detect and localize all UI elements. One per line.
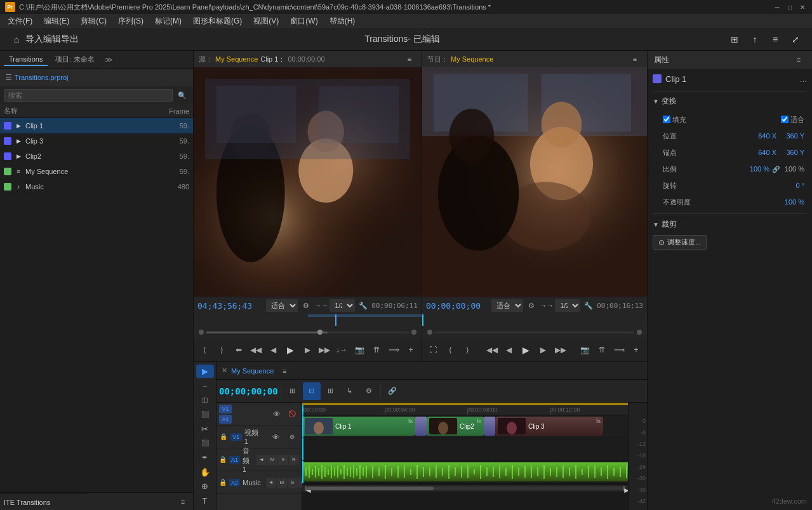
menu-clip[interactable]: 剪辑(C) xyxy=(76,15,112,28)
program-next-frame-icon[interactable]: ▶ xyxy=(535,342,552,358)
clip-block-clip3[interactable]: Clip 3 fx xyxy=(495,417,603,436)
menu-help[interactable]: 帮助(H) xyxy=(324,15,361,28)
hand-tool[interactable]: ✋ xyxy=(196,466,214,479)
timeline-link-icon[interactable]: 🔗 xyxy=(383,382,401,400)
timeline-insert-clip-icon[interactable]: ↳ xyxy=(341,382,359,400)
import-button[interactable]: 导入 xyxy=(25,30,43,48)
source-export-frame-icon[interactable]: 📷 xyxy=(351,342,368,358)
export-button[interactable]: 导出 xyxy=(61,30,79,48)
home-button[interactable]: ⌂ xyxy=(8,30,25,48)
program-wrench-icon[interactable]: 🔧 xyxy=(582,299,596,312)
source-lift-icon[interactable]: ⇈ xyxy=(368,342,385,358)
position-y-value[interactable]: 360 Y xyxy=(779,132,804,140)
a2-mute-btn[interactable]: M xyxy=(277,478,287,488)
tab-unnamed-project[interactable]: 项目: 未命名 xyxy=(50,53,99,66)
source-play-button[interactable]: ▶ xyxy=(282,342,298,358)
fit-checkbox-row[interactable]: 适合 xyxy=(781,115,804,124)
project-item-clip2[interactable]: ▶ Clip2 59. xyxy=(0,149,193,164)
program-mark-out-icon[interactable]: ⟩ xyxy=(459,342,476,358)
source-wrench-icon[interactable]: 🔧 xyxy=(356,299,370,312)
menu-graphics[interactable]: 图形和标题(G) xyxy=(188,15,247,28)
layout-icon[interactable]: ≡ xyxy=(766,30,784,48)
project-item-music[interactable]: ♪ Music 480 xyxy=(0,179,193,194)
program-timecode[interactable]: 00;00;00;00 xyxy=(426,301,481,311)
more-options-icon[interactable]: ≡ xyxy=(176,495,189,508)
panel-expand-icon[interactable]: ≫ xyxy=(105,55,113,64)
menu-sequence[interactable]: 序列(S) xyxy=(113,15,149,28)
source-settings-icon[interactable]: ⚙ xyxy=(299,299,313,312)
source-step-fwd-icon[interactable]: ▶▶ xyxy=(316,342,333,358)
a2-solo-btn[interactable]: S xyxy=(288,478,298,488)
source-timecode[interactable]: 04;43;56;43 xyxy=(197,301,252,311)
program-scale-left-handle[interactable] xyxy=(427,330,432,335)
adjust-speed-button[interactable]: ⊙ 调整速度... xyxy=(653,235,707,250)
program-prev-frame-icon[interactable]: ◀ xyxy=(501,342,517,358)
a2-volume-icon[interactable]: ◄ xyxy=(266,478,276,488)
zoom-tool[interactable]: ⊕ xyxy=(196,480,214,493)
fit-checkbox[interactable] xyxy=(781,116,789,123)
clip-options-menu[interactable]: ... xyxy=(799,74,807,84)
fullscreen-icon[interactable]: ⤢ xyxy=(787,30,804,48)
properties-menu-icon[interactable]: ≡ xyxy=(792,53,806,67)
timeline-add-marker-icon[interactable]: ⊞ xyxy=(284,382,302,400)
v1-lock-icon[interactable]: 🔒 xyxy=(219,433,228,441)
search-input[interactable] xyxy=(4,89,173,102)
scale-value[interactable]: 100 % xyxy=(744,165,769,173)
fill-checkbox[interactable] xyxy=(663,116,670,123)
menu-marker[interactable]: 标记(M) xyxy=(150,15,187,28)
project-item-mysequence[interactable]: ≡ My Sequence 59. xyxy=(0,164,193,179)
source-scale-thumb[interactable] xyxy=(317,330,323,335)
source-prev-frame-icon[interactable]: ◀ xyxy=(265,342,281,358)
a1-mute-btn[interactable]: M xyxy=(267,455,277,465)
program-step-back-icon[interactable]: ◀◀ xyxy=(484,342,500,358)
a1-solo-btn[interactable]: S xyxy=(278,455,288,465)
timeline-linked-icon[interactable]: ⊞ xyxy=(322,382,340,400)
source-scale-right-handle[interactable] xyxy=(411,330,416,335)
source-mark-in-icon[interactable]: ⟨ xyxy=(196,342,213,358)
menu-view[interactable]: 视图(V) xyxy=(248,15,284,28)
source-scale-left-handle[interactable] xyxy=(199,330,204,335)
menu-edit[interactable]: 编辑(E) xyxy=(39,15,74,28)
project-item-clip3[interactable]: ▶ Clip 3 59. xyxy=(0,133,193,149)
a1-volume-icon[interactable]: ◄ xyxy=(256,455,267,465)
search-icon[interactable]: 🔍 xyxy=(175,88,189,102)
scale-secondary-value[interactable]: 100 % xyxy=(782,165,804,173)
pen-tool[interactable]: ✒ xyxy=(196,451,214,464)
source-next-frame-icon[interactable]: ▶ xyxy=(299,342,316,358)
scale-link-icon[interactable]: 🔗 xyxy=(772,166,780,173)
timeline-timecode[interactable]: 00;00;00;00 xyxy=(219,386,278,396)
source-step-back-icon[interactable]: ◀◀ xyxy=(248,342,264,358)
transition-block-1[interactable] xyxy=(415,417,427,436)
crop-section-header[interactable]: ▼ 裁剪 xyxy=(653,219,807,230)
rate-stretch-tool[interactable]: ⬛ xyxy=(196,408,214,421)
a1-patch-btn[interactable]: A1 xyxy=(219,415,232,424)
a1-record-btn[interactable]: R xyxy=(289,455,299,465)
transition-block-2[interactable] xyxy=(484,417,495,436)
program-lift-icon[interactable]: ⇈ xyxy=(594,342,610,358)
fill-checkbox-row[interactable]: 填充 xyxy=(663,115,686,124)
h-scroll-track[interactable] xyxy=(307,487,623,490)
edit-button[interactable]: 编辑 xyxy=(43,30,61,48)
music-waveform-block[interactable]: fx xyxy=(302,462,628,481)
source-insert-icon[interactable]: ⬅ xyxy=(230,342,247,358)
program-quality-select[interactable]: 1/2 xyxy=(555,299,580,312)
source-overwrite-icon[interactable]: ↓→ xyxy=(333,342,350,358)
maximize-button[interactable]: □ xyxy=(785,3,794,11)
transform-section-header[interactable]: ▼ 变换 xyxy=(653,96,807,107)
track-mute-video-icon[interactable]: 🚫 xyxy=(285,407,299,421)
timeline-seq-menu-icon[interactable]: ≡ xyxy=(277,364,291,378)
h-scroll-right-btn[interactable]: ► xyxy=(623,486,625,491)
program-step-fwd-icon[interactable]: ▶▶ xyxy=(552,342,569,358)
clip-block-clip1[interactable]: Clip 1 fx xyxy=(302,417,415,436)
program-markers-icon[interactable]: →→ xyxy=(540,299,554,312)
tab-transitions[interactable]: Transitions xyxy=(4,53,48,66)
a2-label-badge[interactable]: A2 xyxy=(229,479,240,487)
program-panel-menu-icon[interactable]: ≡ xyxy=(628,52,642,66)
anchor-y-value[interactable]: 360 Y xyxy=(779,149,804,156)
close-button[interactable]: ✕ xyxy=(798,3,807,11)
slip-tool[interactable]: ⬛ xyxy=(196,437,214,450)
share-icon[interactable]: ↑ xyxy=(746,30,764,48)
program-scale-right-handle[interactable] xyxy=(637,330,642,335)
program-fullscreen-icon[interactable]: ⛶ xyxy=(425,342,441,358)
project-item-clip1[interactable]: ▶ Clip 1 59. xyxy=(0,118,193,133)
